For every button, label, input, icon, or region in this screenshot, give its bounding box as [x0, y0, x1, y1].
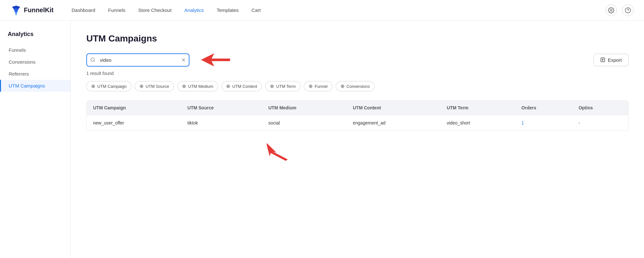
- col-utm-medium: UTM Medium: [262, 101, 346, 115]
- gear-icon: [608, 7, 614, 14]
- cell-utm-source: tiktok: [181, 115, 262, 131]
- logo-text: FunnelKit: [24, 6, 53, 14]
- nav-links: Dashboard Funnels Store Checkout Analyti…: [66, 5, 605, 15]
- logo[interactable]: FunnelKit: [10, 5, 53, 16]
- filter-chip-utm-source[interactable]: ⊕ UTM Source: [135, 81, 174, 91]
- chip-label: Conversions: [347, 84, 370, 89]
- svg-point-0: [610, 9, 612, 11]
- main-content: UTM Campaigns ✕: [71, 21, 644, 258]
- plus-icon: ⊕: [270, 83, 274, 89]
- sidebar-item-referrers[interactable]: Referrers: [0, 68, 71, 80]
- logo-icon: [10, 5, 22, 16]
- filter-chip-utm-content[interactable]: ⊕ UTM Content: [221, 81, 262, 91]
- svg-marker-5: [201, 53, 230, 67]
- search-export-row: ✕ Export: [86, 53, 629, 67]
- svg-point-1: [625, 7, 631, 13]
- utm-campaigns-table: UTM Campaign UTM Source UTM Medium UTM C…: [86, 100, 629, 131]
- main-layout: Analytics Funnels Conversions Referrers …: [0, 21, 644, 258]
- export-label: Export: [608, 57, 622, 63]
- nav-templates[interactable]: Templates: [211, 5, 244, 15]
- svg-marker-7: [267, 137, 288, 163]
- filter-chip-utm-term[interactable]: ⊕ UTM Term: [265, 81, 300, 91]
- sidebar-title: Analytics: [0, 31, 71, 44]
- svg-line-4: [94, 61, 95, 62]
- svg-point-3: [91, 58, 94, 61]
- export-icon: [600, 57, 605, 62]
- sidebar-item-conversions[interactable]: Conversions: [0, 56, 71, 68]
- filter-chip-conversions[interactable]: ⊕ Conversions: [336, 81, 375, 91]
- nav-cart[interactable]: Cart: [246, 5, 266, 15]
- cell-utm-term: video_short: [440, 115, 515, 131]
- col-utm-term: UTM Term: [440, 101, 515, 115]
- plus-icon: ⊕: [91, 83, 95, 89]
- plus-icon: ⊕: [182, 83, 186, 89]
- col-orders: Orders: [515, 101, 572, 115]
- chip-label: UTM Campaign: [97, 84, 127, 89]
- plus-icon: ⊕: [226, 83, 230, 89]
- red-arrow-up-icon: [267, 137, 289, 163]
- nav-store-checkout[interactable]: Store Checkout: [133, 5, 177, 15]
- col-utm-content: UTM Content: [346, 101, 440, 115]
- search-wrapper: ✕: [86, 53, 189, 67]
- table-row: new_user_offer tiktok social engagement_…: [87, 115, 628, 131]
- chip-label: UTM Medium: [188, 84, 213, 89]
- help-button[interactable]: [622, 5, 634, 16]
- col-utm-campaign: UTM Campaign: [87, 101, 181, 115]
- cell-utm-content: engagement_ad: [346, 115, 440, 131]
- sidebar-item-utm-campaigns[interactable]: UTM Campaigns: [0, 80, 71, 92]
- export-button[interactable]: Export: [593, 54, 629, 66]
- nav-analytics[interactable]: Analytics: [179, 5, 209, 15]
- orders-link[interactable]: 1: [522, 120, 524, 125]
- search-clear-button[interactable]: ✕: [181, 57, 186, 63]
- nav-funnels[interactable]: Funnels: [103, 5, 130, 15]
- red-arrow-pointer: [201, 53, 230, 67]
- chip-label: UTM Source: [146, 84, 169, 89]
- table-body: new_user_offer tiktok social engagement_…: [87, 115, 628, 131]
- question-icon: [625, 7, 631, 14]
- cell-optins: -: [572, 115, 628, 131]
- filter-chip-utm-medium[interactable]: ⊕ UTM Medium: [177, 81, 218, 91]
- search-icon: [90, 57, 95, 62]
- cell-utm-medium: social: [262, 115, 346, 131]
- nav-icons: [605, 5, 634, 16]
- plus-icon: ⊕: [139, 83, 144, 89]
- col-optins: Optins: [572, 101, 628, 115]
- red-arrow-left-icon: [201, 53, 230, 67]
- table-header: UTM Campaign UTM Source UTM Medium UTM C…: [87, 101, 628, 115]
- cell-utm-campaign: new_user_offer: [87, 115, 181, 131]
- chip-label: UTM Term: [276, 84, 295, 89]
- col-utm-source: UTM Source: [181, 101, 262, 115]
- plus-icon: ⊕: [309, 83, 313, 89]
- plus-icon: ⊕: [341, 83, 345, 89]
- chip-label: UTM Content: [232, 84, 257, 89]
- search-input[interactable]: [86, 53, 189, 67]
- nav-dashboard[interactable]: Dashboard: [66, 5, 100, 15]
- filter-chip-utm-campaign[interactable]: ⊕ UTM Campaign: [86, 81, 131, 91]
- bottom-arrow-wrap: [267, 137, 629, 163]
- sidebar: Analytics Funnels Conversions Referrers …: [0, 21, 71, 258]
- table: UTM Campaign UTM Source UTM Medium UTM C…: [87, 101, 628, 131]
- chip-label: Funnel: [315, 84, 328, 89]
- sidebar-item-funnels[interactable]: Funnels: [0, 44, 71, 56]
- page-title: UTM Campaigns: [86, 33, 629, 44]
- filter-chips: ⊕ UTM Campaign ⊕ UTM Source ⊕ UTM Medium…: [86, 81, 629, 91]
- filter-chip-funnel[interactable]: ⊕ Funnel: [304, 81, 332, 91]
- result-count: 1 result found: [86, 71, 629, 76]
- top-navigation: FunnelKit Dashboard Funnels Store Checko…: [0, 0, 644, 21]
- settings-button[interactable]: [605, 5, 617, 16]
- cell-orders[interactable]: 1: [515, 115, 572, 131]
